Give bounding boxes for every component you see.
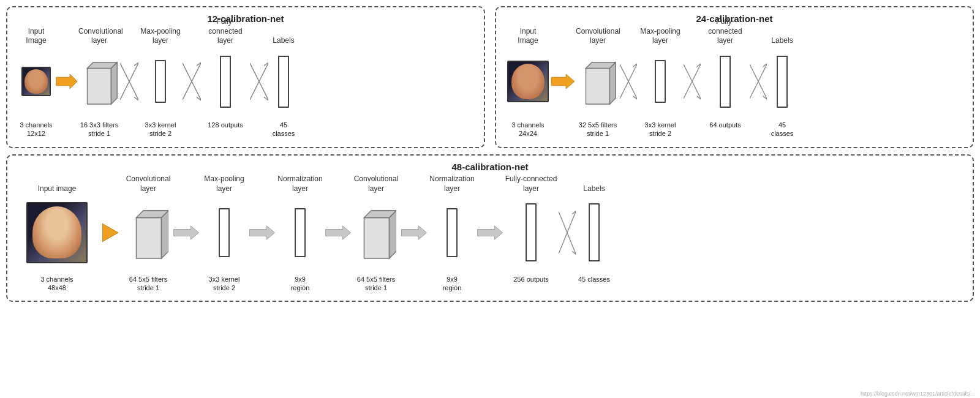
net48-arrow6 (477, 193, 503, 272)
net48-diagram (17, 193, 963, 272)
net12-header-labels: InputImage Convolutionallayer Max-poolin… (17, 29, 474, 46)
net24-sub-fc: 64 outputs (701, 121, 750, 129)
net48-input-img (17, 193, 97, 272)
net24-pool-rect-shape (655, 60, 666, 103)
net12-cross1 (120, 51, 138, 112)
net48-gray-arrow3-icon (325, 225, 351, 241)
net24-cross3 (750, 51, 767, 112)
net12-cross-arrow1-icon (120, 57, 138, 106)
net12-cross-arrow3-icon (250, 57, 268, 106)
svg-marker-23 (161, 210, 168, 258)
net12-sub-conv: 16 3x3 filtersstride 1 (78, 121, 120, 138)
main-container: 12-calibration-net InputImage Convolutio… (6, 6, 974, 302)
net48-arrow5 (401, 193, 428, 272)
net48-h-fc: Fully-connectedlayer (503, 175, 559, 193)
net48-norm1-rect (276, 193, 325, 272)
top-row: 12-calibration-net InputImage Convolutio… (6, 6, 974, 148)
net12-cross-arrow2-icon (183, 57, 201, 106)
net12-fc-rect (201, 51, 250, 112)
net48-gray-arrow1-icon (173, 225, 199, 241)
svg-marker-13 (610, 62, 616, 104)
net12-diagram (17, 45, 474, 118)
net48-norm2-rect (428, 193, 477, 272)
net24-box: 24-calibration-net InputImage Convolutio… (495, 6, 974, 148)
net24-diagram (506, 45, 963, 118)
svg-marker-25 (250, 225, 275, 239)
watermark: https://blog.csdn.net/wm12301/article/de… (861, 391, 975, 397)
net48-header-labels: Input image Convolutionallayer Max-pooli… (17, 177, 963, 194)
net48-labels-rect (576, 193, 612, 272)
net48-box: 48-calibration-net Input image Convoluti… (6, 154, 974, 302)
net12-orange-arrow-icon (55, 74, 78, 89)
net48-sub-input: 3 channels48x48 (17, 275, 97, 293)
net48-sub-norm2: 9x9region (428, 275, 477, 293)
net48-conv2-box (352, 193, 401, 272)
net24-cross1 (620, 51, 637, 112)
net24-labels-rect (767, 51, 797, 112)
net24-cross-arrow2-icon (684, 57, 701, 106)
net48-conv2-3d-icon (356, 206, 396, 260)
net48-sub-conv1: 64 5x5 filtersstride 1 (124, 275, 173, 293)
net12-sub-input: 3 channels12x12 (17, 121, 55, 138)
svg-marker-10 (551, 74, 575, 89)
net48-pool-rect (200, 193, 249, 272)
net12-box: 12-calibration-net InputImage Convolutio… (6, 6, 485, 148)
net48-conv1-box (124, 193, 173, 272)
net48-norm2-rect-shape (447, 208, 458, 257)
net48-sublabels: 3 channels48x48 64 5x5 filtersstride 1 3… (17, 275, 963, 293)
net24-arrow1 (550, 51, 576, 112)
net12-sublabels: 3 channels12x12 16 3x3 filtersstride 1 3… (17, 121, 474, 138)
net12-cross2 (183, 51, 201, 112)
net48-arrow2 (173, 193, 200, 272)
net12-input-img (17, 51, 55, 112)
net48-conv1-3d-icon (129, 206, 168, 260)
svg-marker-21 (136, 217, 161, 258)
svg-marker-20 (102, 223, 118, 242)
svg-marker-27 (364, 217, 389, 258)
net12-h-input: InputImage (17, 27, 55, 46)
net12-labels-rect (268, 51, 299, 112)
net48-h-conv1: Convolutionallayer (124, 175, 173, 193)
svg-marker-30 (402, 225, 427, 239)
net48-arrow3 (249, 193, 276, 272)
net48-orange-arrow-icon (102, 223, 118, 242)
net48-pool-rect-shape (219, 208, 230, 257)
net12-sub-fc: 128 outputs (201, 121, 250, 129)
net24-conv-3d-icon (579, 58, 616, 105)
net48-h-norm2: Normalizationlayer (428, 175, 477, 193)
net24-fc-rect (701, 51, 750, 112)
net24-pool-rect (637, 51, 684, 112)
svg-marker-1 (88, 69, 111, 105)
net24-img-box (507, 61, 549, 102)
net24-cross2 (684, 51, 701, 112)
net48-img-box (26, 202, 88, 263)
net48-fc-rect (503, 193, 559, 272)
net24-h-conv: Convolutionallayer (576, 27, 620, 46)
net48-sub-pool1: 3x3 kernelstride 2 (200, 275, 249, 293)
net24-sub-labels: 45 classes (767, 121, 797, 138)
svg-marker-0 (56, 74, 77, 89)
net12-h-pool: Max-poolinglayer (138, 27, 183, 46)
net12-h-conv: Convolutionallayer (78, 27, 120, 46)
svg-marker-3 (111, 62, 118, 104)
net12-conv-box (78, 51, 120, 112)
net24-sub-conv: 32 5x5 filtersstride 1 (576, 121, 620, 138)
net24-h-input: InputImage (506, 27, 550, 46)
net24-sub-pool: 3x3 kernelstride 2 (637, 121, 684, 138)
svg-marker-26 (326, 225, 351, 239)
net12-sub-pool: 3x3 kernelstride 2 (138, 121, 183, 138)
net48-gray-arrow5-icon (477, 225, 503, 241)
net48-title: 48-calibration-net (17, 162, 963, 172)
net24-cross-arrow1-icon (620, 57, 637, 106)
net24-sub-input: 3 channels24x24 (506, 121, 550, 138)
net48-norm1-rect-shape (295, 208, 306, 257)
net24-conv-box (576, 51, 620, 112)
net48-sub-fc: 256 outputs (503, 275, 559, 283)
net24-header-labels: InputImage Convolutionallayer Max-poolin… (506, 29, 963, 46)
net12-cross3 (250, 51, 268, 112)
net12-labels-rect-shape (278, 56, 289, 108)
net12-arrow1 (55, 51, 78, 112)
net48-labels-rect-shape (589, 203, 600, 261)
net48-arrow1 (97, 193, 124, 272)
net12-fc-rect-shape (220, 56, 231, 108)
